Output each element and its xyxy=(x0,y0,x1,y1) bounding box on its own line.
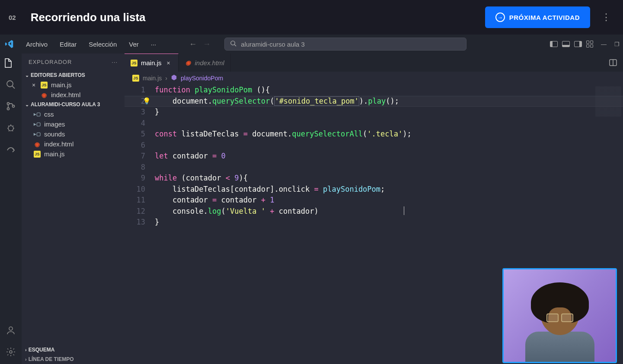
svg-point-6 xyxy=(13,105,15,108)
svg-point-9 xyxy=(10,351,12,353)
code-line-3[interactable]: } xyxy=(155,107,623,118)
menu-view[interactable]: Ver xyxy=(124,38,144,51)
chevron-down-icon: ⌄ xyxy=(25,73,29,78)
tab-label: main.js xyxy=(141,59,162,66)
breadcrumb-file: main.js xyxy=(143,75,162,82)
code-line-4[interactable] xyxy=(155,118,623,129)
svg-point-5 xyxy=(7,108,10,110)
vscode-logo-icon xyxy=(3,38,16,50)
menu-edit[interactable]: Editar xyxy=(54,38,82,51)
titlebar: Archivo Editar Selección Ver ··· ← → alu… xyxy=(0,35,623,54)
code-line-13[interactable]: } xyxy=(155,217,623,228)
course-header: 02 Recorriendo una lista → PRÓXIMA ACTIV… xyxy=(0,0,623,35)
file-name: index.html xyxy=(44,140,73,148)
panel-bottom-icon[interactable] xyxy=(562,41,570,47)
source-control-icon[interactable] xyxy=(5,100,17,112)
tab-label: index.html xyxy=(195,59,224,66)
settings-gear-icon[interactable] xyxy=(5,346,17,358)
js-file-icon: JS xyxy=(34,151,41,158)
file-name: main.js xyxy=(51,81,72,89)
code-line-1[interactable]: function playSonidoPom (){ xyxy=(155,85,623,96)
svg-line-1 xyxy=(235,44,236,46)
search-icon xyxy=(230,40,236,48)
lightbulb-icon[interactable]: 💡 xyxy=(143,96,151,107)
debug-icon[interactable] xyxy=(5,122,17,134)
restore-icon[interactable]: ❐ xyxy=(614,41,620,47)
html-file-icon: ◉ xyxy=(34,141,41,148)
nav-back-icon[interactable]: ← xyxy=(189,40,197,49)
minimap[interactable] xyxy=(595,86,621,117)
workspace-item[interactable]: ▸▢sounds xyxy=(22,129,125,139)
split-editor-icon[interactable] xyxy=(603,54,623,72)
minimize-icon[interactable]: — xyxy=(601,41,607,47)
menu-more-icon[interactable]: ··· xyxy=(146,38,162,51)
svg-point-2 xyxy=(7,81,13,87)
sidebar-more-icon[interactable]: ··· xyxy=(112,59,118,65)
activity-bar xyxy=(0,54,22,364)
menu-file[interactable]: Archivo xyxy=(21,38,53,51)
kebab-menu-icon[interactable]: ⋮ xyxy=(598,12,614,23)
explorer-icon[interactable] xyxy=(0,57,17,69)
next-activity-button[interactable]: → PRÓXIMA ACTIVIDAD xyxy=(485,6,590,28)
workspace-item[interactable]: ▸▢css xyxy=(22,109,125,119)
folder-icon: ▸▢ xyxy=(34,121,41,128)
file-name: main.js xyxy=(44,150,65,158)
folder-icon: ▸▢ xyxy=(34,111,41,118)
tabs-bar: JSmain.js×◉index.html xyxy=(125,54,623,72)
command-center[interactable]: aluramidi-curso aula 3 xyxy=(224,38,466,51)
js-file-icon: JS xyxy=(131,60,137,66)
section-workspace[interactable]: ⌄ ALURAMIDI-CURSO AULA 3 xyxy=(22,100,125,109)
close-icon[interactable]: × xyxy=(165,60,172,66)
code-line-6[interactable] xyxy=(155,140,623,151)
section-outline[interactable]: › ESQUEMA xyxy=(22,345,125,355)
svg-point-8 xyxy=(9,327,13,330)
chevron-right-icon: › xyxy=(25,357,27,362)
nav-forward-icon[interactable]: → xyxy=(203,40,211,49)
svg-point-0 xyxy=(231,41,235,45)
open-editor-item[interactable]: ◉index.html xyxy=(22,90,125,100)
chevron-right-icon: › xyxy=(165,75,167,82)
html-file-icon: ◉ xyxy=(185,59,192,66)
workspace-item[interactable]: ▸▢images xyxy=(22,119,125,129)
next-activity-label: PRÓXIMA ACTIVIDAD xyxy=(509,14,580,21)
panel-left-icon[interactable] xyxy=(550,41,558,47)
js-file-icon: JS xyxy=(132,75,139,82)
symbol-method-icon xyxy=(171,74,177,82)
lesson-title: Recorriendo una lista xyxy=(31,11,146,24)
section-open-editors[interactable]: ⌄ EDITORES ABIERTOS xyxy=(22,70,125,80)
file-name: index.html xyxy=(51,91,80,98)
folder-icon: ▸▢ xyxy=(34,131,41,138)
open-editor-item[interactable]: ×JSmain.js xyxy=(22,80,125,90)
breadcrumb[interactable]: JS main.js › playSonidoPom xyxy=(125,72,623,85)
section-timeline[interactable]: › LÍNEA DE TIEMPO xyxy=(22,355,125,364)
command-center-text: aluramidi-curso aula 3 xyxy=(241,41,305,48)
chevron-down-icon: ⌄ xyxy=(25,102,29,108)
code-line-5[interactable]: const listaDeTeclas = document.querySele… xyxy=(155,129,623,140)
code-line-7[interactable]: let contador = 0 xyxy=(155,151,623,162)
panel-right-icon[interactable] xyxy=(574,41,582,47)
code-line-9[interactable]: while (contador < 9){ xyxy=(155,173,623,184)
code-line-8[interactable] xyxy=(155,162,623,173)
close-icon[interactable]: × xyxy=(30,82,37,89)
account-icon[interactable] xyxy=(5,324,17,336)
workspace-item[interactable]: JSmain.js xyxy=(22,149,125,159)
arrow-right-circle-icon: → xyxy=(495,13,505,22)
webcam-overlay xyxy=(502,268,617,363)
text-cursor xyxy=(404,206,404,215)
tab-index-html[interactable]: ◉index.html xyxy=(179,54,231,72)
sidebar-title: EXPLORADOR xyxy=(29,59,72,65)
workspace-item[interactable]: ◉index.html xyxy=(22,139,125,149)
chevron-right-icon: › xyxy=(25,347,27,352)
menu-selection[interactable]: Selección xyxy=(83,38,122,51)
file-name: css xyxy=(44,111,54,118)
layout-grid-icon[interactable] xyxy=(586,41,593,47)
code-line-12[interactable]: console.log('Vuelta ' + contador) xyxy=(155,206,623,217)
js-file-icon: JS xyxy=(41,82,48,89)
search-icon[interactable] xyxy=(5,79,17,91)
share-icon[interactable] xyxy=(5,143,17,155)
tab-main-js[interactable]: JSmain.js× xyxy=(125,54,179,72)
code-line-10[interactable]: listaDeTeclas[contador].onclick = playSo… xyxy=(155,184,623,195)
file-name: images xyxy=(44,120,65,128)
svg-point-4 xyxy=(7,103,10,105)
code-line-11[interactable]: contador = contador + 1 xyxy=(155,195,623,206)
